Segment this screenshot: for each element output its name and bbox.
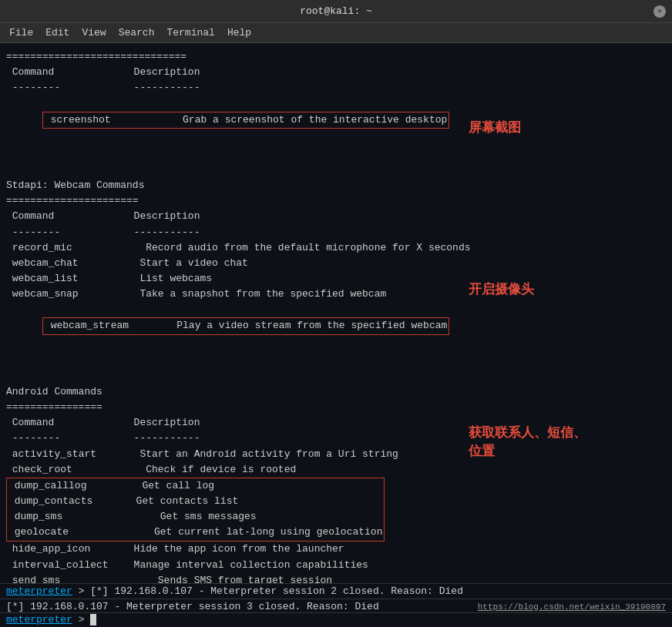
prompt-arrow-1: > <box>79 585 91 597</box>
menu-search[interactable]: Search <box>113 25 161 40</box>
blank-2 <box>6 366 666 381</box>
webcam-section-title: Stdapi: Webcam Commands <box>6 178 666 193</box>
status-bar-2: [*] 192.168.0.107 - Meterpreter session … <box>0 598 672 612</box>
blank-1 <box>6 159 666 175</box>
cmd-dump-calllog: dump_calllog Get call log <box>8 478 382 494</box>
col-header-1: Command Description <box>6 65 666 80</box>
cmd-webcam-snap: webcam_snap Take a snapshot from the spe… <box>6 287 666 302</box>
prompt-arrow-2: > <box>79 614 91 625</box>
android-highlight-group: dump_calllog Get call log dump_contacts … <box>6 478 385 542</box>
separator-3: ================ <box>6 400 666 415</box>
col-divider-1: -------- ----------- <box>6 80 666 96</box>
cmd-webcam-chat: webcam_chat Start a video chat <box>6 256 666 271</box>
menu-help[interactable]: Help <box>221 25 257 40</box>
cursor <box>90 614 96 625</box>
close-button[interactable]: ● <box>654 5 666 18</box>
status-line-2: [*] 192.168.0.107 - Meterpreter session … <box>6 601 379 612</box>
status-line-1: [*] 192.168.0.107 - Meterpreter session … <box>90 585 463 597</box>
terminal: ============================== Command D… <box>0 43 672 583</box>
cmd-geolocate: geolocate Get current lat-long using geo… <box>8 525 382 540</box>
separator-2: ====================== <box>6 193 666 209</box>
menu-edit[interactable]: Edit <box>39 25 76 40</box>
cmd-record-mic: record_mic Record audio from the default… <box>6 240 666 256</box>
prompt-1: meterpreter <box>6 585 72 597</box>
cmd-check-root: check_root Check if device is rooted <box>6 462 666 478</box>
status-bar-1: meterpreter > [*] 192.168.0.107 - Meterp… <box>0 583 672 598</box>
screenshot-row: screenshot Grab a screenshot of the inte… <box>6 96 666 159</box>
cmd-webcam-list: webcam_list List webcams <box>6 271 666 287</box>
annotation-webcam: 开启摄像头 <box>469 280 534 300</box>
footer-link: https://blog.csdn.net/weixin_39190897 <box>478 602 666 612</box>
cmd-dump-contacts: dump_contacts Get contacts list <box>8 494 382 509</box>
terminal-content: ============================== Command D… <box>0 46 672 583</box>
titlebar: root@kali: ~ ● <box>0 0 672 23</box>
cmd-dump-sms: dump_sms Get sms messages <box>8 509 382 525</box>
webcam-stream-row: webcam_stream Play a video stream from t… <box>6 302 666 366</box>
cmd-hide-app-icon: hide_app_icon Hide the app icon from the… <box>6 542 666 557</box>
status-bar-3: meterpreter > <box>0 612 672 627</box>
cmd-send-sms: send_sms Sends SMS from target session <box>6 573 666 583</box>
cmd-interval-collect: interval_collect Manage interval collect… <box>6 558 666 573</box>
android-section-title: Android Commands <box>6 384 666 400</box>
screenshot-highlight: screenshot Grab a screenshot of the inte… <box>42 112 449 129</box>
menubar: File Edit View Search Terminal Help <box>0 23 672 43</box>
annotation-screenshot: 屏幕截图 <box>469 118 521 138</box>
menu-terminal[interactable]: Terminal <box>160 25 220 40</box>
col-divider-2: -------- ----------- <box>6 225 666 240</box>
titlebar-title: root@kali: ~ <box>300 5 372 17</box>
menu-file[interactable]: File <box>3 25 39 40</box>
menu-view[interactable]: View <box>76 25 112 40</box>
separator-1: ============================== <box>6 49 666 65</box>
col-header-2: Command Description <box>6 209 666 224</box>
webcam-stream-highlight: webcam_stream Play a video stream from t… <box>42 317 449 334</box>
prompt-2: meterpreter <box>6 614 72 625</box>
annotation-android: 获取联系人、短信、位置 <box>469 424 586 461</box>
